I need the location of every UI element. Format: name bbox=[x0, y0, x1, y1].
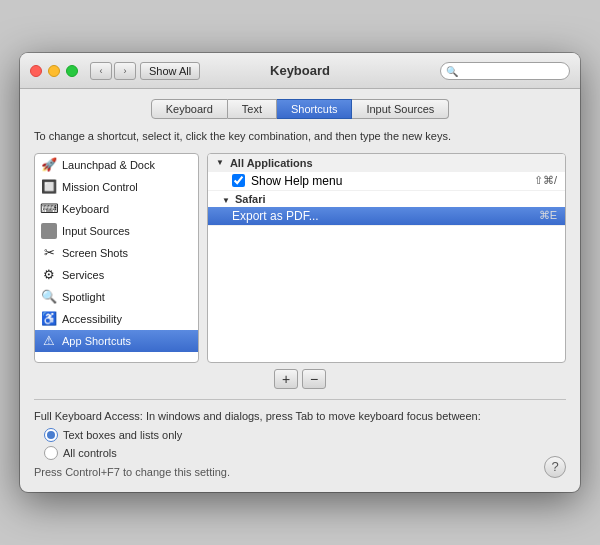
shortcut-key: ⌘E bbox=[539, 209, 557, 222]
radio-all-controls[interactable]: All controls bbox=[44, 446, 566, 460]
sidebar-item-mission-control[interactable]: 🔲 Mission Control bbox=[35, 176, 198, 198]
nav-arrows: ‹ › bbox=[90, 62, 136, 80]
window-content: Keyboard Text Shortcuts Input Sources To… bbox=[20, 89, 580, 491]
traffic-lights bbox=[30, 65, 78, 77]
help-button[interactable]: ? bbox=[544, 456, 566, 478]
tab-keyboard[interactable]: Keyboard bbox=[151, 99, 228, 119]
show-all-button[interactable]: Show All bbox=[140, 62, 200, 80]
shortcut-name: Show Help menu bbox=[251, 174, 534, 188]
sidebar-item-label: Services bbox=[62, 269, 104, 281]
input-sources-icon bbox=[41, 223, 57, 239]
minimize-button[interactable] bbox=[48, 65, 60, 77]
sidebar-item-input-sources[interactable]: Input Sources bbox=[35, 220, 198, 242]
radio-label-text-boxes: Text boxes and lists only bbox=[63, 429, 182, 441]
sub-group-safari: ▼ Safari bbox=[208, 191, 565, 207]
radio-dot-all-controls bbox=[44, 446, 58, 460]
sidebar-item-label: Mission Control bbox=[62, 181, 138, 193]
sidebar-item-services[interactable]: ⚙ Services bbox=[35, 264, 198, 286]
remove-button[interactable]: − bbox=[302, 369, 326, 389]
maximize-button[interactable] bbox=[66, 65, 78, 77]
sidebar-item-label: Spotlight bbox=[62, 291, 105, 303]
hint-text: To change a shortcut, select it, click t… bbox=[34, 129, 566, 144]
sidebar: 🚀 Launchpad & Dock 🔲 Mission Control ⌨ K… bbox=[34, 153, 199, 363]
tab-input-sources[interactable]: Input Sources bbox=[352, 99, 449, 119]
window-title: Keyboard bbox=[270, 63, 330, 78]
screen-shots-icon: ✂ bbox=[41, 245, 57, 261]
sidebar-item-keyboard[interactable]: ⌨ Keyboard bbox=[35, 198, 198, 220]
sidebar-item-accessibility[interactable]: ♿ Accessibility bbox=[35, 308, 198, 330]
sidebar-item-launchpad[interactable]: 🚀 Launchpad & Dock bbox=[35, 154, 198, 176]
forward-button[interactable]: › bbox=[114, 62, 136, 80]
sidebar-item-label: Keyboard bbox=[62, 203, 109, 215]
search-input[interactable] bbox=[440, 62, 570, 80]
keyboard-icon: ⌨ bbox=[41, 201, 57, 217]
back-button[interactable]: ‹ bbox=[90, 62, 112, 80]
radio-text-boxes[interactable]: Text boxes and lists only bbox=[44, 428, 566, 442]
radio-group: Text boxes and lists only All controls bbox=[44, 428, 566, 460]
sidebar-item-spotlight[interactable]: 🔍 Spotlight bbox=[35, 286, 198, 308]
sidebar-item-screen-shots[interactable]: ✂ Screen Shots bbox=[35, 242, 198, 264]
spotlight-icon: 🔍 bbox=[41, 289, 57, 305]
panel-footer: + − bbox=[34, 369, 566, 389]
search-box: 🔍 bbox=[440, 62, 570, 80]
triangle-icon: ▼ bbox=[216, 158, 224, 167]
sidebar-item-label: Accessibility bbox=[62, 313, 122, 325]
sidebar-item-label: Screen Shots bbox=[62, 247, 128, 259]
titlebar: ‹ › Show All Keyboard 🔍 bbox=[20, 53, 580, 89]
close-button[interactable] bbox=[30, 65, 42, 77]
full-kb-title: Full Keyboard Access: In windows and dia… bbox=[34, 410, 566, 422]
shortcut-export-pdf[interactable]: Export as PDF... ⌘E bbox=[208, 207, 565, 226]
sidebar-item-app-shortcuts[interactable]: ⚠ App Shortcuts bbox=[35, 330, 198, 352]
search-icon: 🔍 bbox=[446, 65, 458, 76]
tab-bar: Keyboard Text Shortcuts Input Sources bbox=[34, 99, 566, 119]
shortcuts-panel: ▼ All Applications Show Help menu ⇧⌘/ ▼ … bbox=[207, 153, 566, 363]
shortcut-show-help-menu[interactable]: Show Help menu ⇧⌘/ bbox=[208, 172, 565, 191]
divider bbox=[34, 399, 566, 400]
full-kb-hint: Press Control+F7 to change this setting. bbox=[34, 466, 566, 478]
sidebar-item-label: Input Sources bbox=[62, 225, 130, 237]
radio-dot-text-boxes bbox=[44, 428, 58, 442]
sidebar-item-label: App Shortcuts bbox=[62, 335, 131, 347]
add-button[interactable]: + bbox=[274, 369, 298, 389]
shortcut-name: Export as PDF... bbox=[232, 209, 539, 223]
app-shortcuts-icon: ⚠ bbox=[41, 333, 57, 349]
tab-shortcuts[interactable]: Shortcuts bbox=[277, 99, 352, 119]
shortcut-checkbox[interactable] bbox=[232, 174, 245, 187]
mission-control-icon: 🔲 bbox=[41, 179, 57, 195]
main-area: 🚀 Launchpad & Dock 🔲 Mission Control ⌨ K… bbox=[34, 153, 566, 363]
accessibility-icon: ♿ bbox=[41, 311, 57, 327]
triangle-icon: ▼ bbox=[222, 196, 230, 205]
group-label: All Applications bbox=[230, 157, 313, 169]
group-header-all-applications: ▼ All Applications bbox=[208, 154, 565, 172]
tab-text[interactable]: Text bbox=[228, 99, 277, 119]
launchpad-icon: 🚀 bbox=[41, 157, 57, 173]
services-icon: ⚙ bbox=[41, 267, 57, 283]
keyboard-window: ‹ › Show All Keyboard 🔍 Keyboard Text Sh… bbox=[20, 53, 580, 491]
full-keyboard-access-section: Full Keyboard Access: In windows and dia… bbox=[34, 410, 566, 478]
sidebar-item-label: Launchpad & Dock bbox=[62, 159, 155, 171]
shortcut-key: ⇧⌘/ bbox=[534, 174, 557, 187]
radio-label-all-controls: All controls bbox=[63, 447, 117, 459]
